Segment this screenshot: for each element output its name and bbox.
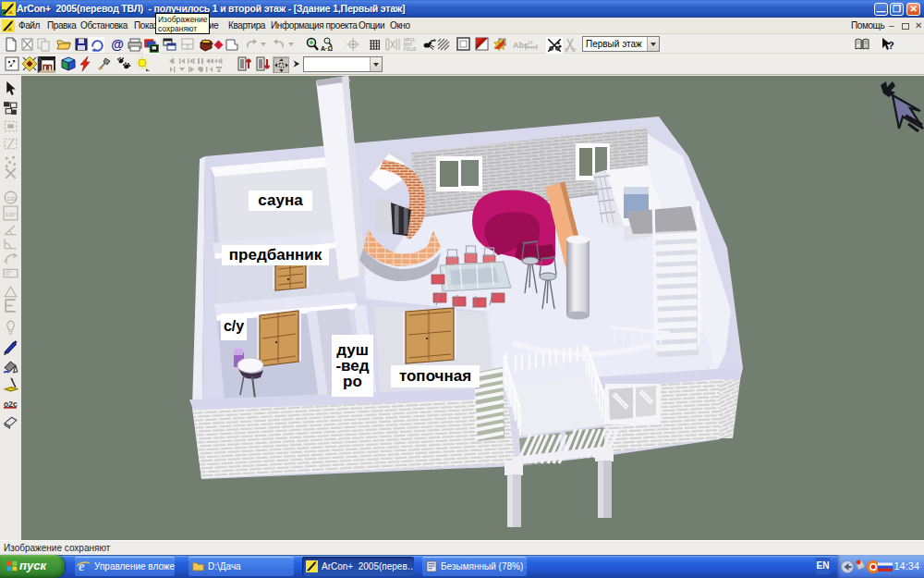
svg-text:0°: 0° xyxy=(6,270,12,277)
svg-text:?: ? xyxy=(888,40,894,51)
svg-text:14: 14 xyxy=(528,40,533,45)
svg-text:топочная: топочная xyxy=(399,367,471,385)
svg-text:ро: ро xyxy=(343,373,362,390)
svg-text:предбанник: предбанник xyxy=(229,246,322,264)
svg-text:130°: 130° xyxy=(6,212,17,217)
svg-text:A·Ω: A·Ω xyxy=(321,45,333,52)
svg-text:@: @ xyxy=(111,37,124,52)
svg-text:с/у: с/у xyxy=(224,318,244,334)
svg-text:сауна: сауна xyxy=(258,191,303,209)
svg-text:130: 130 xyxy=(6,196,16,202)
svg-text:FOLIE: FOLIE xyxy=(404,47,417,52)
